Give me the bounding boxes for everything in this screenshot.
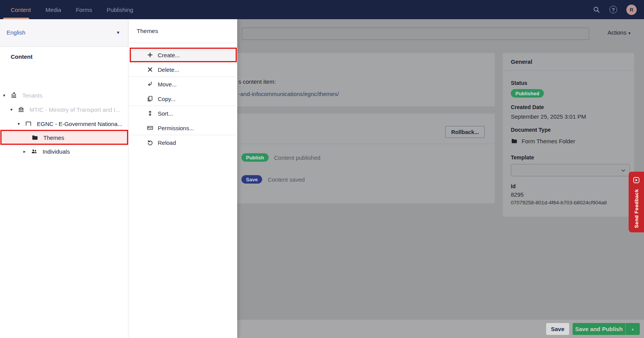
context-menu-title: Themes — [137, 28, 158, 35]
menu-item-label: Create... — [158, 52, 180, 58]
menu-item-label: Reload — [158, 139, 176, 146]
history-entry-text: Content published — [274, 154, 320, 161]
send-feedback-tab[interactable]: Send Feedback — [629, 172, 644, 232]
plus-icon — [147, 51, 154, 58]
users-icon — [31, 148, 38, 155]
save-and-publish-button[interactable]: Save and Publish ▲ — [573, 323, 640, 335]
tree-node-label: EGNC - E-Government Nationa... — [37, 121, 122, 127]
template-select[interactable] — [511, 164, 630, 176]
history-entry: Save Content saved — [241, 175, 305, 184]
search-icon[interactable] — [593, 6, 600, 13]
document-type-row: Form Themes Folder — [511, 138, 575, 144]
id-label: Id — [511, 183, 515, 189]
menu-item-label: Sort... — [158, 110, 173, 117]
copy-icon — [147, 95, 154, 102]
reload-icon — [147, 139, 154, 146]
card-divider — [233, 144, 495, 144]
tree-node-label: Themes — [43, 134, 64, 141]
history-card: Rollback... Publish Content published Sa… — [233, 113, 495, 204]
links-card: s content item: -and-infocommunications/… — [233, 53, 495, 107]
context-menu-panel: Themes Create... Delete... — [129, 19, 237, 338]
move-arrow-icon — [147, 81, 154, 88]
chevron-down-icon: ▾ — [117, 30, 119, 35]
publish-badge: Publish — [241, 153, 269, 162]
status-badge: Published — [511, 89, 544, 98]
nav-tab-media[interactable]: Media — [46, 7, 61, 13]
language-selector[interactable]: English ▾ — [0, 19, 129, 47]
general-panel-header: General — [503, 53, 634, 71]
links-card-text: s content item: — [238, 78, 276, 85]
menu-item-create[interactable]: Create... — [129, 48, 238, 62]
active-tab-underline — [3, 18, 29, 19]
help-icon[interactable]: ? — [609, 6, 617, 13]
feedback-label: Send Feedback — [629, 187, 644, 230]
save-button[interactable]: Save — [546, 323, 569, 335]
permissions-icon — [147, 124, 154, 131]
content-title-input[interactable] — [242, 28, 589, 40]
avatar[interactable]: R — [626, 5, 637, 15]
caret-expanded-icon[interactable]: ▾ — [18, 121, 25, 126]
save-badge: Save — [241, 175, 262, 184]
editor-footer: Save Save and Publish ▲ — [237, 319, 644, 338]
tree-node-individuals[interactable]: ▸ Individuals — [0, 144, 129, 158]
split-button-caret[interactable]: ▲ — [625, 323, 640, 335]
nav-tab-forms[interactable]: Forms — [76, 7, 92, 13]
caret-expanded-icon[interactable]: ▾ — [10, 107, 18, 112]
nav-sections: Content Media Forms Publishing — [11, 0, 133, 19]
menu-item-move[interactable]: Move... — [129, 77, 238, 91]
top-nav: Content Media Forms Publishing ? R — [0, 0, 644, 19]
menu-item-reload[interactable]: Reload — [129, 135, 238, 150]
sort-icon — [147, 110, 154, 117]
feedback-icon — [632, 176, 640, 184]
caret-expanded-icon[interactable]: ▾ — [3, 93, 10, 98]
status-label: Status — [511, 80, 527, 86]
guid-value: 07079258-801d-4f64-b703-b8024cf904a8 — [511, 200, 607, 205]
tree-node-label: Individuals — [43, 148, 70, 155]
tree-node-mtic[interactable]: ▾ MTIC - Ministry of Transport and I... — [0, 103, 129, 116]
umbraco-backoffice: Content Media Forms Publishing ? R Engli… — [0, 0, 644, 338]
menu-item-copy[interactable]: Copy... — [129, 91, 238, 106]
menu-item-label: Permissions... — [158, 125, 194, 131]
created-date-value: September 25, 2025 3:01 PM — [511, 113, 586, 120]
tree-node-themes[interactable]: Themes — [0, 131, 129, 144]
document-type-value: Form Themes Folder — [522, 138, 575, 144]
actions-dropdown[interactable]: Actions▾ — [608, 29, 631, 36]
actions-label: Actions — [608, 29, 626, 36]
nav-utilities: ? R — [593, 0, 637, 19]
sidebar-section-title: Content — [11, 53, 33, 60]
content-item-link[interactable]: -and-infocommunications/egnc/themes/ — [238, 91, 339, 97]
caret-collapsed-icon[interactable]: ▸ — [23, 149, 31, 154]
frame-icon — [25, 120, 32, 127]
tree-node-tenants[interactable]: ▾ Tenants — [0, 88, 129, 102]
chevron-down-icon: ▾ — [628, 31, 631, 35]
save-and-publish-label: Save and Publish — [573, 326, 625, 332]
menu-item-label: Move... — [158, 81, 177, 88]
folder-icon — [511, 138, 518, 144]
language-label: English — [7, 29, 25, 36]
document-type-label: Document Type — [511, 127, 551, 133]
tree-node-label: Tenants — [22, 92, 43, 99]
id-value: 8295 — [511, 191, 523, 198]
chevron-down-icon — [620, 167, 626, 174]
history-entry-text: Content saved — [268, 176, 305, 183]
nav-tab-publishing[interactable]: Publishing — [107, 7, 133, 13]
tree-node-label: MTIC - Ministry of Transport and I... — [30, 106, 120, 113]
rollback-button[interactable]: Rollback... — [445, 126, 485, 138]
ministry-building-icon — [18, 106, 25, 113]
menu-item-label: Copy... — [158, 96, 175, 102]
menu-item-permissions[interactable]: Permissions... — [129, 121, 238, 135]
general-panel: General Status Published Created Date Se… — [502, 53, 634, 217]
created-date-label: Created Date — [511, 104, 544, 110]
editor-workspace: Actions▾ s content item: -and-infocommun… — [237, 19, 644, 338]
template-label: Template — [511, 154, 534, 161]
tree-node-egnc[interactable]: ▾ EGNC - E-Government Nationa... — [0, 117, 129, 131]
content-sidebar: English ▾ Content ▾ Tenants ▾ MTIC - Min… — [0, 19, 129, 338]
x-icon — [147, 66, 154, 73]
context-menu-header: Themes — [129, 19, 238, 43]
nav-tab-content[interactable]: Content — [11, 7, 31, 13]
menu-item-label: Delete... — [158, 66, 179, 73]
tenants-building-icon — [10, 92, 17, 99]
menu-item-delete[interactable]: Delete... — [129, 62, 238, 77]
general-panel-title: General — [511, 58, 532, 65]
menu-item-sort[interactable]: Sort... — [129, 106, 238, 121]
